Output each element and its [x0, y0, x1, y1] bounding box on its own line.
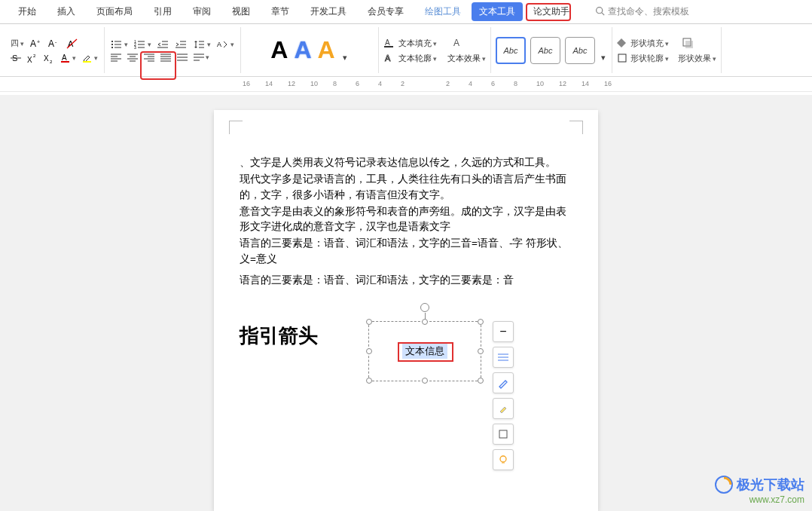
- wordart-style-2[interactable]: A: [294, 36, 311, 64]
- paragraph[interactable]: 语言的三要素是：语音、词汇和语法，文字的三音=语音、-字 符形状、义=意义: [240, 236, 572, 267]
- strikethrough-icon[interactable]: S: [9, 51, 23, 65]
- format-dropdown[interactable]: 四: [9, 36, 26, 50]
- subscript-icon[interactable]: X2: [42, 51, 56, 65]
- wordart-style-3[interactable]: A: [318, 36, 335, 64]
- tab-review[interactable]: 审阅: [182, 1, 221, 23]
- tab-drawing-tools[interactable]: 绘图工具: [414, 1, 472, 23]
- tab-bar: 开始 插入 页面布局 引用 审阅 视图 章节 开发工具 会员专享 绘图工具 文本…: [0, 0, 812, 24]
- idea-icon[interactable]: [493, 449, 514, 470]
- paragraph-group: 123 A: [105, 27, 241, 73]
- shape-fill-button[interactable]: 形状填充: [630, 38, 669, 49]
- svg-rect-15: [61, 61, 69, 63]
- clear-format-icon[interactable]: A: [65, 36, 80, 51]
- pen-icon[interactable]: [493, 372, 514, 393]
- ruler-mark: 14: [265, 80, 273, 87]
- rotate-handle[interactable]: [420, 303, 429, 312]
- resize-handle[interactable]: [366, 319, 372, 325]
- svg-text:A: A: [62, 54, 67, 62]
- paragraph[interactable]: 意音文字是由表义的象形符号和表音的声旁组。成的文字，汉字是由表形文字进化成的意音…: [240, 204, 572, 235]
- superscript-icon[interactable]: X2: [26, 51, 39, 65]
- tab-insert[interactable]: 插入: [47, 1, 86, 23]
- text-fill-button[interactable]: 文本填充: [398, 38, 437, 49]
- svg-text:A: A: [48, 38, 54, 49]
- svg-text:A: A: [217, 41, 221, 48]
- bullets-icon[interactable]: [109, 38, 130, 51]
- tab-start[interactable]: 开始: [8, 1, 47, 23]
- highlight-icon[interactable]: [81, 51, 99, 65]
- ruler-mark: 4: [469, 80, 472, 87]
- text-outline-button[interactable]: 文本轮廓: [398, 53, 437, 64]
- resize-handle[interactable]: [422, 378, 428, 384]
- resize-handle[interactable]: [422, 319, 428, 325]
- watermark-url: www.xz7.com: [714, 494, 804, 505]
- page[interactable]: 、文字是人类用表义符号记录表达信息以传之，久远的方式和工具。 现代文字多是记录语…: [214, 110, 598, 511]
- tab-developer[interactable]: 开发工具: [300, 1, 357, 23]
- ruler-mark: 2: [446, 80, 450, 87]
- align-center-icon[interactable]: [126, 51, 139, 63]
- watermark-logo-icon: [714, 475, 734, 494]
- text-direction-icon[interactable]: A: [215, 38, 236, 51]
- align-more-icon[interactable]: [192, 51, 211, 63]
- textbox-selected[interactable]: 文本信息: [368, 321, 481, 381]
- shape-fill-icon: [617, 38, 627, 50]
- tab-thesis[interactable]: 论文助手: [523, 1, 580, 23]
- text-effect-button[interactable]: 文本效果: [447, 53, 486, 64]
- shape-effect-icon[interactable]: [681, 36, 694, 51]
- svg-point-0: [597, 7, 603, 13]
- ruler-mark: 4: [378, 80, 382, 87]
- tab-chapter[interactable]: 章节: [261, 1, 300, 23]
- text-transform-icon[interactable]: A: [450, 36, 466, 51]
- svg-line-1: [602, 12, 604, 14]
- resize-handle[interactable]: [366, 378, 372, 384]
- resize-handle[interactable]: [478, 378, 484, 384]
- svg-text:2: 2: [50, 60, 53, 63]
- layout-options-icon[interactable]: [493, 347, 514, 368]
- ruler-mark: 16: [604, 80, 612, 87]
- crop-icon[interactable]: [493, 424, 514, 445]
- highlighter-icon[interactable]: [493, 398, 514, 419]
- font-color-icon[interactable]: A: [59, 51, 78, 65]
- svg-text:A: A: [453, 38, 459, 48]
- shape-outline-button[interactable]: 形状轮廓: [630, 53, 669, 64]
- numbering-icon[interactable]: 123: [133, 38, 153, 51]
- ruler-mark: 14: [582, 80, 589, 87]
- align-justify-icon[interactable]: [159, 51, 172, 63]
- tab-references[interactable]: 引用: [143, 1, 182, 23]
- tab-layout[interactable]: 页面布局: [86, 1, 143, 23]
- paragraph[interactable]: 语言的三要素是：语音、词汇和语法，文字的三要素是：音: [240, 273, 572, 288]
- increase-indent-icon[interactable]: [174, 38, 189, 51]
- svg-point-17: [111, 41, 113, 42]
- ruler-mark: 2: [401, 80, 404, 87]
- svg-text:2: 2: [33, 54, 36, 58]
- paragraph[interactable]: 现代文字多是记录语言的，工具，人类往往先有口头的语言后产生书面的，文字，很多小语…: [240, 172, 572, 203]
- wordart-more-icon[interactable]: ▾: [341, 51, 349, 64]
- shape-style-more-icon[interactable]: ▾: [600, 51, 607, 64]
- resize-handle[interactable]: [478, 348, 484, 354]
- wordart-style-1[interactable]: A: [270, 36, 288, 64]
- tab-member[interactable]: 会员专享: [357, 1, 414, 23]
- paragraph[interactable]: 、文字是人类用表义符号记录表达信息以传之，久远的方式和工具。: [240, 155, 572, 170]
- body-text[interactable]: 、文字是人类用表义符号记录表达信息以传之，久远的方式和工具。 现代文字多是记录语…: [240, 155, 572, 288]
- align-right-icon[interactable]: [142, 51, 156, 63]
- line-spacing-icon[interactable]: [192, 38, 212, 51]
- collapse-icon[interactable]: −: [493, 321, 514, 342]
- shape-outline-icon: [617, 53, 627, 65]
- search-box[interactable]: 查找命令、搜索模板: [595, 5, 689, 18]
- decrease-indent-icon[interactable]: [156, 38, 171, 51]
- svg-point-19: [111, 44, 113, 45]
- svg-rect-63: [384, 46, 393, 47]
- tab-view[interactable]: 视图: [221, 1, 261, 23]
- svg-text:A: A: [30, 38, 36, 49]
- align-left-icon[interactable]: [109, 51, 123, 63]
- tab-text-tools[interactable]: 文本工具: [472, 2, 523, 21]
- shape-style-3[interactable]: Abc: [565, 37, 595, 64]
- shape-effect-button[interactable]: 形状效果: [678, 53, 716, 64]
- shape-style-2[interactable]: Abc: [530, 37, 560, 64]
- font-decrease-icon[interactable]: A-: [47, 36, 62, 51]
- watermark-logo-text: 极光下载站: [737, 476, 804, 494]
- align-distribute-icon[interactable]: [176, 51, 189, 63]
- font-increase-icon[interactable]: A+: [29, 36, 44, 51]
- shape-style-1[interactable]: Abc: [496, 37, 526, 64]
- resize-handle[interactable]: [366, 348, 372, 354]
- resize-handle[interactable]: [478, 319, 484, 325]
